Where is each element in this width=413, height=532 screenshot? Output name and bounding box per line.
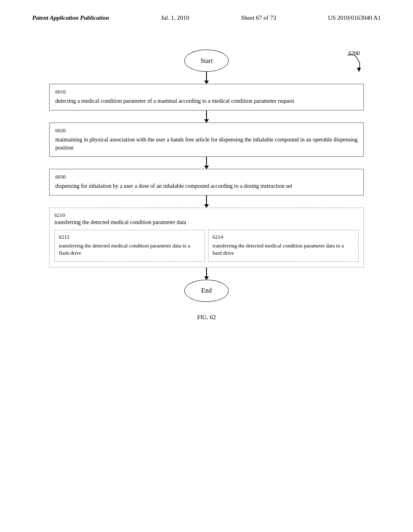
step-6030: 6030 dispensing for inhalation by a user… <box>49 169 364 195</box>
page-header: Patent Application Publication Jul. 1, 2… <box>0 0 413 29</box>
publication-date: Jul. 1, 2010 <box>161 15 189 21</box>
connector-2 <box>206 110 207 123</box>
step-6010: 6010 detecting a medical condition param… <box>49 84 364 110</box>
main-content: 6200 Start 6010 detecting a medical cond… <box>0 29 413 337</box>
svg-marker-0 <box>357 68 361 72</box>
connector-4 <box>206 195 207 208</box>
connector-1 <box>206 72 207 84</box>
step-6214: 6214 transferring the detected medical c… <box>208 230 359 262</box>
group-6210: 6210 transferring the detected medical c… <box>49 208 364 268</box>
top-section: 6200 Start <box>49 50 364 72</box>
sub-boxes-container: 6212 transferring the detected medical c… <box>54 230 359 262</box>
publication-title: Patent Application Publication <box>32 15 109 21</box>
step-6020: 6020 maintaining in physical association… <box>49 123 364 157</box>
patent-number: US 2010/0163040 A1 <box>328 15 381 21</box>
sheet-info: Sheet 67 of 73 <box>241 15 276 21</box>
flowchart: 6200 Start 6010 detecting a medical cond… <box>32 50 381 321</box>
connector-5 <box>206 268 207 280</box>
end-oval: End <box>184 280 229 302</box>
step-6212: 6212 transferring the detected medical c… <box>54 230 205 262</box>
label-6200: 6200 <box>348 50 360 57</box>
start-oval: Start <box>184 50 229 72</box>
figure-label: FIG. 62 <box>197 314 216 321</box>
connector-3 <box>206 157 207 169</box>
